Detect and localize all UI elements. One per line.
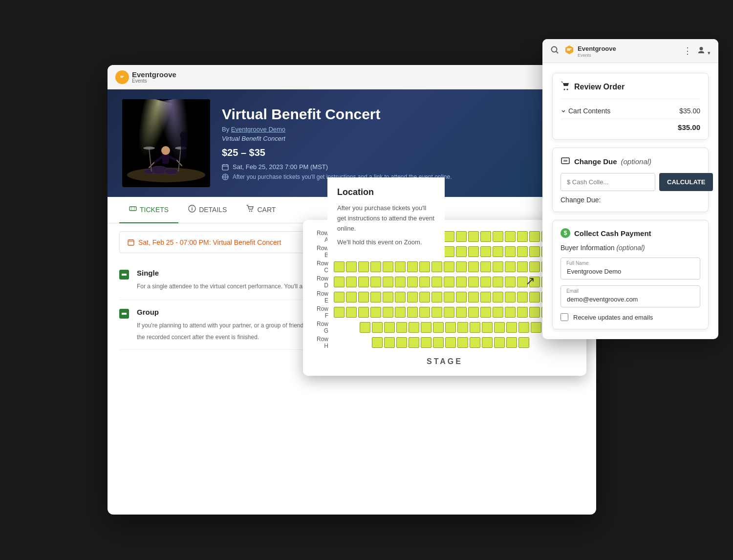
- eg-search-icon[interactable]: [550, 45, 559, 56]
- seat[interactable]: [493, 277, 503, 287]
- seat[interactable]: [372, 337, 383, 348]
- seat[interactable]: [468, 277, 479, 287]
- seat[interactable]: [517, 231, 528, 242]
- seat[interactable]: [494, 337, 505, 348]
- seat[interactable]: [456, 277, 467, 287]
- tab-tickets[interactable]: TICKETS: [119, 197, 178, 223]
- seat[interactable]: [346, 261, 357, 272]
- seat[interactable]: [468, 231, 479, 242]
- seat[interactable]: [419, 261, 430, 272]
- seat[interactable]: [456, 261, 467, 272]
- seat[interactable]: [531, 322, 541, 333]
- seat[interactable]: [493, 246, 503, 257]
- seat[interactable]: [383, 277, 393, 287]
- seat[interactable]: [517, 277, 528, 287]
- seat[interactable]: [456, 292, 467, 302]
- seat[interactable]: [433, 337, 444, 348]
- seat[interactable]: [506, 337, 517, 348]
- seat[interactable]: [517, 246, 528, 257]
- seat[interactable]: [334, 307, 345, 318]
- seat[interactable]: [370, 307, 381, 318]
- seat[interactable]: [468, 261, 479, 272]
- seat[interactable]: [370, 277, 381, 287]
- seat[interactable]: [444, 231, 454, 242]
- cart-contents-row[interactable]: Cart Contents $35.00: [561, 107, 700, 115]
- seat[interactable]: [470, 337, 480, 348]
- seat[interactable]: [431, 292, 442, 302]
- seat[interactable]: [529, 246, 540, 257]
- seat[interactable]: [529, 292, 540, 302]
- seat[interactable]: [482, 337, 493, 348]
- seat[interactable]: [505, 307, 516, 318]
- seat[interactable]: [468, 246, 479, 257]
- seat[interactable]: [444, 246, 454, 257]
- seat[interactable]: [409, 337, 419, 348]
- seat[interactable]: [480, 292, 491, 302]
- organizer-link[interactable]: Eventgroove Demo: [231, 126, 285, 133]
- seat[interactable]: [444, 277, 454, 287]
- seat[interactable]: [444, 292, 454, 302]
- seat[interactable]: [370, 292, 381, 302]
- cash-input[interactable]: [561, 173, 655, 191]
- seat[interactable]: [383, 307, 393, 318]
- seat[interactable]: [383, 261, 393, 272]
- seat[interactable]: [346, 307, 357, 318]
- seat[interactable]: [334, 292, 345, 302]
- seat[interactable]: [482, 322, 493, 333]
- seat[interactable]: [518, 322, 529, 333]
- seat[interactable]: [529, 231, 540, 242]
- tab-cart[interactable]: CART: [237, 197, 285, 223]
- seat[interactable]: [407, 307, 418, 318]
- seat[interactable]: [493, 261, 503, 272]
- seat[interactable]: [407, 261, 418, 272]
- seat[interactable]: [395, 307, 406, 318]
- seat[interactable]: [494, 322, 505, 333]
- seat[interactable]: [456, 231, 467, 242]
- seat[interactable]: [431, 307, 442, 318]
- seat[interactable]: [445, 337, 456, 348]
- seat[interactable]: [421, 322, 431, 333]
- seat[interactable]: [518, 337, 529, 348]
- seat[interactable]: [431, 261, 442, 272]
- seat[interactable]: [493, 231, 503, 242]
- eg-user-icon[interactable]: ▾: [697, 46, 711, 56]
- seat[interactable]: [433, 322, 444, 333]
- seat[interactable]: [505, 246, 516, 257]
- seat[interactable]: [358, 277, 369, 287]
- seat[interactable]: [360, 322, 370, 333]
- seat[interactable]: [529, 307, 540, 318]
- seat[interactable]: [395, 277, 406, 287]
- seat[interactable]: [419, 307, 430, 318]
- seat[interactable]: [358, 261, 369, 272]
- seat[interactable]: [346, 292, 357, 302]
- seat[interactable]: [407, 277, 418, 287]
- email-input[interactable]: [561, 285, 700, 307]
- seat[interactable]: [493, 307, 503, 318]
- seat[interactable]: [419, 292, 430, 302]
- seat[interactable]: [457, 322, 468, 333]
- seat[interactable]: [395, 292, 406, 302]
- seat[interactable]: [419, 277, 430, 287]
- seat[interactable]: [358, 292, 369, 302]
- seat[interactable]: [517, 292, 528, 302]
- seat[interactable]: [396, 322, 407, 333]
- seat[interactable]: [456, 246, 467, 257]
- seat[interactable]: [480, 277, 491, 287]
- seat[interactable]: [358, 307, 369, 318]
- seat[interactable]: [505, 261, 516, 272]
- seat[interactable]: [468, 292, 479, 302]
- seat[interactable]: [529, 261, 540, 272]
- seat[interactable]: [384, 322, 395, 333]
- seat[interactable]: [505, 277, 516, 287]
- seat[interactable]: [480, 307, 491, 318]
- seat[interactable]: [370, 261, 381, 272]
- seat[interactable]: [383, 292, 393, 302]
- seat[interactable]: [505, 292, 516, 302]
- seat[interactable]: [506, 322, 517, 333]
- seat[interactable]: [517, 261, 528, 272]
- seat[interactable]: [457, 337, 468, 348]
- seat[interactable]: [470, 322, 480, 333]
- seat[interactable]: [480, 261, 491, 272]
- seat[interactable]: [334, 261, 345, 272]
- seat[interactable]: [529, 277, 540, 287]
